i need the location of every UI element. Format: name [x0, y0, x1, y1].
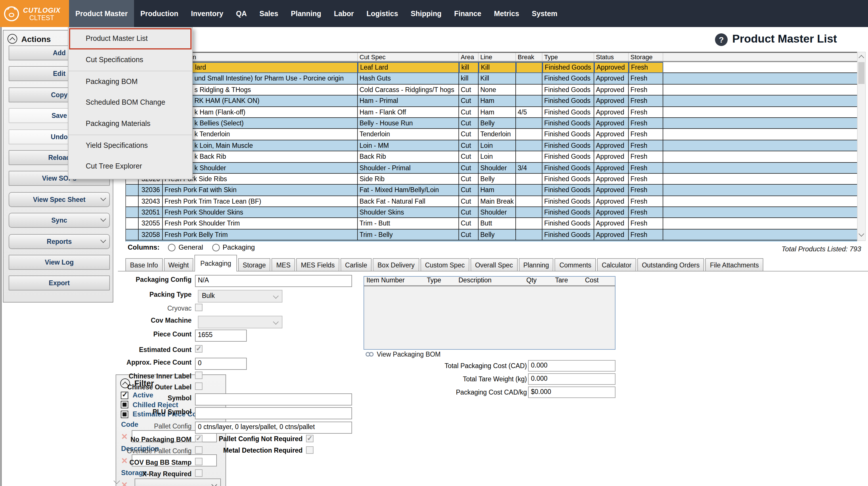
main-menu-item[interactable]: Shipping	[404, 0, 448, 27]
row-selector-cell[interactable]	[126, 218, 138, 230]
table-row[interactable]: k Back Rib Back Rib Cut Loin Finished Go…	[126, 151, 857, 162]
action-button[interactable]: View Log	[9, 255, 110, 270]
menu-item[interactable]: Product Master List	[68, 28, 192, 50]
tab[interactable]: MES Fields	[296, 258, 339, 271]
main-menu-item[interactable]: Planning	[284, 0, 328, 27]
row-selector-cell[interactable]	[126, 207, 138, 218]
menu-item[interactable]: Cut Specifications	[68, 50, 192, 71]
checkbox[interactable]	[306, 435, 313, 442]
radio-icon[interactable]	[212, 244, 220, 251]
bom-header-cell[interactable]: Type	[425, 277, 456, 285]
table-row[interactable]: 32043 Fresh Pork Trim Trace Lean (BF) Ba…	[126, 196, 857, 207]
tab[interactable]: MES	[272, 258, 295, 271]
grid-header-cell[interactable]: Storage	[629, 53, 663, 61]
grid-header-cell[interactable]: Break	[516, 53, 542, 61]
checkbox[interactable]	[195, 435, 203, 442]
grid-vertical-scrollbar[interactable]	[857, 52, 866, 241]
table-row[interactable]: k Ham (Flank-off) Ham - Flank Off Cut Ha…	[126, 107, 857, 118]
total-value-input[interactable]: 0.000	[528, 373, 616, 385]
tab[interactable]: Planning	[519, 258, 554, 271]
scroll-up-icon[interactable]	[859, 55, 864, 61]
tab[interactable]: Comments	[555, 258, 596, 271]
grid-header-cell[interactable]	[663, 53, 857, 61]
row-selector-cell[interactable]	[126, 185, 138, 196]
checkbox[interactable]	[306, 446, 313, 454]
text-input[interactable]: 1655	[195, 330, 247, 342]
grid-header-cell[interactable]: Line	[478, 53, 516, 61]
bom-header-cell[interactable]: Cost	[583, 277, 612, 285]
tab[interactable]: Calculator	[597, 258, 636, 271]
tab[interactable]: Storage	[238, 258, 271, 271]
checkbox[interactable]	[195, 304, 203, 311]
checkbox[interactable]	[195, 469, 203, 477]
main-menu-item[interactable]: Logistics	[360, 0, 404, 27]
main-menu-item[interactable]: Metrics	[488, 0, 526, 27]
table-row[interactable]: k Shoulder Shoulder - Primal Cut Shoulde…	[126, 162, 857, 174]
row-selector-cell[interactable]	[126, 230, 138, 241]
table-row[interactable]: 32036 Fresh Pork Fat with Skin Fat - Mix…	[126, 185, 857, 196]
checkbox[interactable]	[195, 371, 203, 379]
action-button[interactable]: View Spec Sheet	[9, 192, 110, 207]
text-input[interactable]	[195, 393, 352, 405]
main-menu-item[interactable]: Labor	[328, 0, 360, 27]
checkbox[interactable]	[195, 446, 203, 454]
menu-item[interactable]: Cut Tree Explorer	[68, 156, 192, 177]
table-row[interactable]: s Ridgling & THogs Cold Carcass - Ridgli…	[126, 85, 857, 96]
bom-header-cell[interactable]: Description	[456, 277, 524, 285]
table-row[interactable]: 32055 Fresh Pork Shoulder Trim Trim - Bu…	[126, 218, 857, 230]
main-menu-item[interactable]: Inventory	[185, 0, 230, 27]
clear-filter-icon[interactable]: ✕	[121, 481, 129, 486]
help-icon[interactable]: ?	[715, 33, 727, 46]
bom-header-cell[interactable]: Tare	[553, 277, 583, 285]
checkbox[interactable]	[195, 345, 203, 353]
tab[interactable]: Weight	[164, 258, 193, 271]
table-row[interactable]: lard Leaf Lard kill Kill Finished Goods …	[126, 62, 857, 73]
action-button[interactable]: Sync	[9, 213, 110, 228]
grid-header-cell[interactable]: Status	[594, 53, 629, 61]
table-row[interactable]: 32058 Fresh Pork Belly Trim Trim - Belly…	[126, 230, 857, 241]
row-selector-cell[interactable]	[126, 196, 138, 207]
grid-header-cell[interactable]: Cut Spec	[358, 53, 459, 61]
tab[interactable]: Box Delivery	[373, 258, 419, 271]
tab[interactable]: Outstanding Orders	[637, 258, 704, 271]
main-menu-item[interactable]: QA	[229, 0, 253, 27]
table-row[interactable]: k Tenderloin Tenderloin Cut Tenderloin F…	[126, 129, 857, 140]
view-packaging-bom-link[interactable]: View Packaging BOM	[365, 351, 441, 358]
action-button[interactable]: Reports	[9, 234, 110, 249]
tab[interactable]: Packaging	[194, 255, 237, 271]
scroll-down-icon[interactable]	[859, 231, 864, 237]
tab[interactable]: Carlisle	[341, 258, 372, 271]
text-input[interactable]	[195, 407, 352, 419]
panel-scroll-down-icon[interactable]	[115, 475, 119, 485]
radio-icon[interactable]	[168, 244, 176, 251]
table-row[interactable]: RK HAM (FLANK ON) Ham - Primal Cut Ham F…	[126, 95, 857, 107]
grid-header-cell[interactable]: Area	[459, 53, 478, 61]
total-value-input[interactable]: $0.000	[528, 387, 616, 398]
table-row[interactable]: 32051 Fresh Pork Shoulder Skins Shoulder…	[126, 207, 857, 218]
collapse-chevron-icon[interactable]	[7, 34, 17, 44]
main-menu-item[interactable]: Production	[134, 0, 185, 27]
select-input[interactable]: Bulk	[198, 290, 282, 303]
tab[interactable]: Base Info	[125, 258, 162, 271]
table-row[interactable]: und Small Intestine) for Pharm Use - Por…	[126, 73, 857, 85]
select-input[interactable]	[198, 316, 282, 328]
tab[interactable]: Custom Spec	[421, 258, 469, 271]
text-input[interactable]: N/A	[195, 275, 352, 287]
main-menu-item[interactable]: Product Master	[69, 0, 134, 27]
scrollbar-thumb[interactable]	[858, 62, 865, 84]
main-menu-item[interactable]: Finance	[448, 0, 488, 27]
menu-item[interactable]: Yield Specifications	[68, 134, 192, 156]
total-value-input[interactable]: 0.000	[528, 360, 616, 371]
bom-header-cell[interactable]: Qty	[524, 277, 553, 285]
table-row[interactable]: k Bellies (Select) Belly - House Run Cut…	[126, 118, 857, 129]
text-input[interactable]: 0 ctns/layer, 0 layers/pallet, 0 ctns/pa…	[195, 422, 352, 434]
table-row[interactable]: k Loin, Main Muscle Loin - MM Cut Loin F…	[126, 140, 857, 151]
table-row[interactable]: 32026 Fresh Pork Side Ribs Side Rib Cut …	[126, 174, 857, 185]
tab[interactable]: File Attachments	[705, 258, 763, 271]
menu-item[interactable]: Scheduled BOM Change	[68, 92, 192, 113]
action-button[interactable]: Export	[9, 276, 110, 291]
main-menu-item[interactable]: Sales	[253, 0, 284, 27]
menu-item[interactable]: Packaging BOM	[68, 71, 192, 92]
columns-radio-option[interactable]: Packaging	[212, 243, 255, 251]
main-menu-item[interactable]: System	[525, 0, 564, 27]
